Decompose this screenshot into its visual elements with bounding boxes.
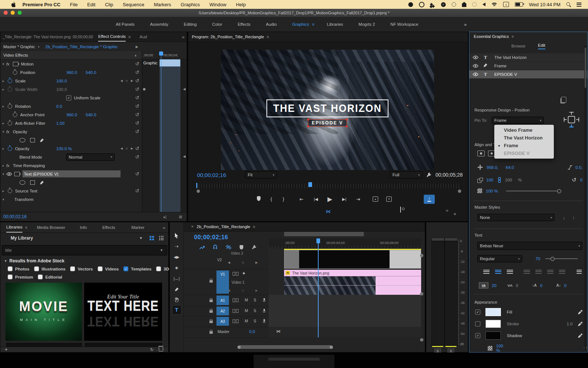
selection-handle[interactable] — [307, 125, 309, 127]
stock-item-movie-title[interactable]: MOVIE MAIN TITLE — [6, 283, 82, 341]
tracking-value[interactable]: 20 — [492, 283, 496, 288]
threed-checkbox[interactable] — [156, 266, 161, 271]
scrubber-right-handle[interactable] — [458, 190, 461, 193]
scrubber-left-handle[interactable] — [197, 190, 200, 193]
link-scale-icon[interactable] — [498, 177, 501, 183]
justify-all-icon[interactable] — [559, 270, 565, 275]
scrollbar-thumb[interactable] — [585, 47, 586, 88]
twirl-closed-icon[interactable]: ▸ — [0, 105, 6, 108]
twirl-open-icon[interactable]: ▾ — [5, 259, 7, 263]
export-button[interactable]: ↑ — [424, 195, 435, 204]
slider-knob[interactable] — [551, 257, 555, 261]
push-style-down-icon[interactable]: ↓ — [563, 215, 565, 220]
align-center-icon[interactable] — [495, 270, 501, 275]
workspace-overflow-icon[interactable]: » — [464, 22, 467, 27]
eg-scrollbar[interactable] — [584, 45, 587, 350]
layer-row-vast-horizon[interactable]: T The Vast Horizon — [469, 53, 587, 61]
source-patch-icon[interactable] — [233, 272, 239, 276]
push-style-up-icon[interactable]: ↑ — [573, 215, 575, 220]
eg-scale-x[interactable]: 100 — [486, 178, 493, 182]
v1-clip-vast-horizon[interactable]: fx The Vast Horizon.png — [284, 270, 421, 295]
videos-checkbox[interactable] — [98, 266, 103, 271]
track-lock-icon[interactable] — [209, 280, 213, 283]
zoom-handle-left[interactable] — [237, 346, 241, 349]
chevron-down-icon[interactable]: ▼ — [139, 236, 143, 240]
type-tool-active[interactable]: T — [172, 305, 182, 315]
next-keyframe-icon[interactable]: ▶ — [255, 261, 258, 264]
menubar-clock[interactable]: Wed 10:44 PM — [529, 2, 560, 7]
voiceover-mic-icon[interactable] — [263, 298, 265, 302]
tab-libraries[interactable]: Libraries — [6, 222, 22, 233]
add-library-item-button[interactable]: + — [5, 348, 8, 351]
text-layer-label[interactable]: Text (EPISODE V) — [22, 170, 121, 177]
nest-toggle-icon[interactable] — [199, 245, 205, 250]
baseline-value[interactable]: 0 — [564, 283, 566, 288]
chevron-down-icon[interactable]: ▼ — [160, 248, 163, 252]
track-scroll-handle[interactable] — [420, 292, 423, 296]
rotation-value[interactable]: 0.0 — [56, 104, 62, 109]
twirl-closed-icon[interactable]: ▸ — [0, 189, 6, 193]
eg-position-x[interactable]: 958.0, — [487, 165, 498, 170]
add-keyframe-icon[interactable]: ◇ — [242, 261, 244, 264]
timeline-ruler[interactable]: ;00;00 00;00;04;00 00;00;08;00 — [269, 238, 421, 249]
add-keyframe-icon[interactable]: ◇ — [126, 147, 128, 150]
workspace-nf[interactable]: NF Workspace — [390, 22, 418, 26]
stock-results-header-row[interactable]: ▾ Results from Adobe Stock — [5, 258, 64, 263]
add-keyframe-icon[interactable]: ◇ — [126, 79, 128, 82]
mini-timeline-ruler[interactable]: ;00;00 00;00;04; — [142, 51, 187, 60]
stock-item-text-here[interactable]: Edit Your Title TEXT HERE TEXT HERE — [84, 283, 162, 341]
workspace-menu-icon[interactable]: ≡ — [312, 22, 314, 26]
menu-item-frame[interactable]: ●Frame — [494, 142, 554, 149]
fill-checkbox[interactable]: ✓ — [475, 309, 480, 315]
scale-value[interactable]: 100.0 — [56, 79, 67, 83]
zoom-handle-right[interactable] — [330, 346, 333, 349]
reset-param-icon[interactable]: ↺ — [135, 70, 139, 75]
workspace-libraries[interactable]: Libraries — [327, 22, 343, 26]
leading-value[interactable]: 0 — [540, 283, 542, 288]
next-keyframe-icon[interactable]: ▶ — [131, 79, 133, 82]
v2-track-header[interactable]: V2 Video 2 ◀ ◇ ▶ — [184, 250, 269, 269]
menu-markers[interactable]: Markers — [154, 2, 171, 7]
align-right-icon[interactable] — [507, 270, 513, 275]
workspace-graphics[interactable]: Graphics — [292, 22, 309, 26]
reset-param-icon[interactable]: ↺ — [135, 86, 139, 92]
solo-button[interactable]: S — [254, 298, 256, 302]
blend-mode-dropdown[interactable]: Normal ▾ — [66, 153, 115, 161]
tab-effect-controls[interactable]: Effect Controls — [98, 32, 126, 42]
twirl-open-icon[interactable]: ▾ — [0, 172, 6, 176]
tab-overflow-icon[interactable]: » — [163, 225, 165, 230]
menu-sequence[interactable]: Sequence — [123, 2, 144, 7]
twirl-open-icon[interactable]: ▾ — [0, 130, 6, 134]
tab-info[interactable]: Info — [80, 225, 87, 230]
step-forward-icon[interactable]: ▶| — [342, 197, 346, 202]
twirl-closed-icon[interactable]: ▸ — [0, 79, 6, 83]
pin-to-dropdown[interactable]: Frame ▾ — [492, 117, 544, 124]
ec-timecode[interactable]: 00;00;02;16 — [3, 214, 26, 219]
tab-program[interactable]: Program: 2b_Position_Title_Rectangle — [192, 32, 264, 42]
reset-effect-icon[interactable]: ↺ — [135, 171, 139, 177]
trash-icon[interactable] — [159, 347, 163, 351]
eye-icon[interactable] — [473, 64, 478, 68]
ellipse-mask-icon[interactable] — [19, 138, 25, 142]
v1-track-header[interactable]: V1 ◆ Video 1 ◀ ◇ ▶ — [184, 270, 269, 295]
sync-status-icon[interactable]: ↻ — [150, 347, 154, 352]
twirl-closed-icon[interactable]: ▸ — [0, 88, 6, 91]
twirl-closed-icon[interactable]: ▸ — [0, 121, 6, 125]
a2-track-header[interactable]: A2 M S — [184, 306, 269, 316]
text-direction-icon[interactable] — [577, 270, 582, 275]
panel-menu-icon[interactable]: ≡ — [266, 35, 269, 39]
go-to-out-icon[interactable]: ⇥ — [356, 197, 360, 202]
pen-tool[interactable] — [175, 284, 179, 294]
add-button[interactable]: + — [453, 211, 456, 217]
font-style-dropdown[interactable]: Regular ▾ — [477, 255, 522, 262]
v1-track-name[interactable]: Video 1 — [232, 280, 244, 284]
track-lock-icon[interactable] — [209, 300, 213, 302]
prev-keyframe-icon[interactable]: ◀ — [121, 79, 123, 82]
input-source-icon[interactable]: x — [503, 2, 509, 7]
track-select-tool[interactable]: ⇢ — [175, 241, 179, 252]
master-meter-icon[interactable]: ⋈ — [276, 329, 280, 334]
app-menu-name[interactable]: Premiere Pro CC — [22, 2, 60, 7]
add-marker-icon[interactable] — [257, 196, 261, 201]
anchor-y-value[interactable]: 540.0 — [86, 113, 96, 117]
photos-checkbox[interactable] — [8, 266, 12, 271]
